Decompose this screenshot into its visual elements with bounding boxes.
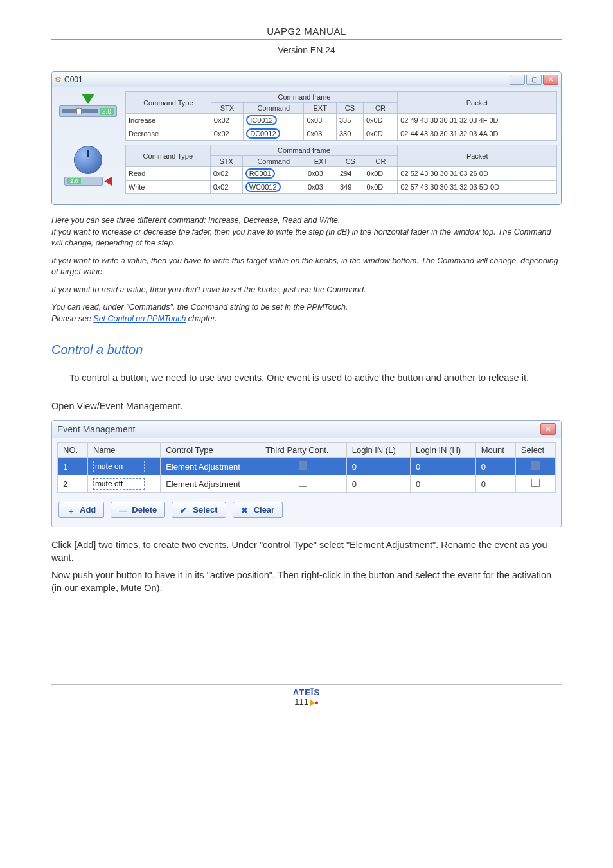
brand-label: ATEÏS (51, 687, 562, 697)
clear-button[interactable]: ✖ Clear (233, 502, 283, 518)
table-row: Decrease 0x02 DC0012 0x03 330 0x0D 02 44… (126, 127, 557, 141)
fader-icon-column: 2.0 (56, 91, 120, 141)
col-cr: CR (364, 156, 398, 167)
col-cs: CS (337, 156, 364, 167)
event-management-window: Event Management ✕ NO. Name Control Type… (51, 420, 562, 527)
circled-command: DC0012 (246, 128, 280, 139)
triangle-icon (310, 699, 315, 707)
x-icon: ✖ (241, 506, 250, 515)
table-row: Write 0x02 WC0012 0x03 349 0x0D 02 57 43… (126, 181, 557, 194)
select-button[interactable]: ✔ Select (172, 502, 226, 518)
c001-window-title: C001 (64, 75, 83, 84)
col-command-frame: Command frame (211, 92, 397, 103)
col-ext: EXT (304, 103, 336, 114)
close-button[interactable]: ✕ (543, 75, 558, 85)
caption-text: If you want to read a value, then you do… (51, 285, 562, 296)
knob-value-display[interactable]: 2.0 (64, 177, 103, 186)
col-command: Command (244, 103, 304, 114)
event-table: NO. Name Control Type Third Party Cont. … (57, 442, 556, 493)
col-command-frame: Command frame (210, 145, 398, 156)
circled-command: RC001 (245, 168, 275, 179)
col-mount: Mount (475, 443, 515, 458)
col-name: Name (87, 443, 160, 458)
section-title: Control a button (51, 342, 562, 360)
minimize-button[interactable]: – (510, 75, 525, 85)
target-knob[interactable] (74, 146, 102, 174)
c001-window: ⚙ C001 – ▢ ✕ 2.0 (51, 71, 562, 205)
col-stx: STX (211, 103, 243, 114)
c001-titlebar[interactable]: ⚙ C001 – ▢ ✕ (52, 72, 561, 87)
dot-icon: • (315, 697, 319, 708)
event-toolbar: ＋ Add — Delete ✔ Select ✖ Clear (57, 502, 556, 518)
arrow-left-icon (104, 177, 112, 186)
circled-command: WC0012 (245, 182, 281, 192)
caption-text: Here you can see three different command… (51, 215, 562, 249)
table-row[interactable]: 2 Element Adjustment 0 0 0 (58, 475, 556, 493)
col-third-party: Third Party Cont. (260, 443, 347, 458)
event-management-title: Event Management (57, 424, 135, 434)
select-checkbox[interactable] (531, 461, 540, 470)
caption-text: You can read, under "Commands", the Comm… (51, 302, 562, 324)
knob-value: 2.0 (67, 178, 81, 184)
doc-title: UAPG2 MANUAL (51, 26, 562, 37)
command-table-1: Command Type Command frame Packet STX Co… (125, 91, 557, 141)
event-management-titlebar[interactable]: Event Management ✕ (52, 421, 561, 438)
col-command-type: Command Type (126, 92, 211, 114)
set-control-link[interactable]: Set Control on PPMTouch (93, 314, 186, 323)
col-cs: CS (336, 103, 363, 114)
step-slider-value: 2.0 (100, 108, 114, 115)
doc-version: Version EN.24 (51, 45, 562, 55)
table-row: Read 0x02 RC001 0x03 294 0x0D 02 52 43 3… (126, 167, 557, 181)
doc-header: UAPG2 MANUAL (51, 26, 562, 40)
col-stx: STX (210, 156, 242, 167)
knob-icon-column: 2.0 (56, 145, 120, 194)
doc-version-wrap: Version EN.24 (51, 45, 562, 58)
col-control-type: Control Type (161, 443, 260, 458)
col-command: Command (242, 156, 305, 167)
body-paragraph: Now push your button to have it in its "… (51, 569, 562, 594)
circled-command: IC0012 (246, 115, 276, 125)
caption-text: If you want to write a value, then you h… (51, 256, 562, 278)
command-table-2: Command Type Command frame Packet STX Co… (125, 145, 557, 194)
table-row[interactable]: 1 Element Adjustment 0 0 0 (58, 458, 556, 475)
page-number: 111• (51, 697, 562, 709)
add-button[interactable]: ＋ Add (58, 502, 104, 518)
col-packet: Packet (398, 145, 557, 167)
event-name-input[interactable] (93, 478, 145, 490)
col-login-h: Login IN (H) (411, 443, 476, 458)
table-row: Increase 0x02 IC0012 0x03 335 0x0D 02 49… (126, 114, 557, 127)
col-command-type: Command Type (126, 145, 211, 167)
col-cr: CR (363, 103, 397, 114)
select-checkbox[interactable] (531, 479, 540, 487)
step-slider[interactable]: 2.0 (59, 105, 117, 117)
col-login-l: Login IN (L) (346, 443, 410, 458)
col-ext: EXT (305, 156, 337, 167)
delete-button[interactable]: — Delete (111, 502, 165, 518)
event-name-input[interactable] (93, 461, 145, 472)
minus-icon: — (119, 506, 128, 515)
body-paragraph: Click [Add] two times, to create two eve… (51, 539, 562, 564)
page-footer: ATEÏS 111• (51, 684, 562, 709)
gear-icon: ⚙ (55, 75, 62, 84)
third-party-checkbox[interactable] (299, 479, 307, 487)
body-paragraph: To control a button, we need to use two … (51, 372, 562, 385)
col-no: NO. (58, 443, 88, 458)
third-party-checkbox[interactable] (299, 461, 307, 470)
arrow-down-icon (82, 94, 94, 104)
maximize-button[interactable]: ▢ (526, 75, 542, 85)
col-packet: Packet (398, 92, 557, 114)
col-select: Select (515, 443, 555, 458)
close-button[interactable]: ✕ (540, 423, 556, 435)
body-paragraph: Open View/Event Management. (51, 400, 562, 413)
plus-icon: ＋ (67, 506, 76, 515)
check-icon: ✔ (180, 506, 189, 515)
